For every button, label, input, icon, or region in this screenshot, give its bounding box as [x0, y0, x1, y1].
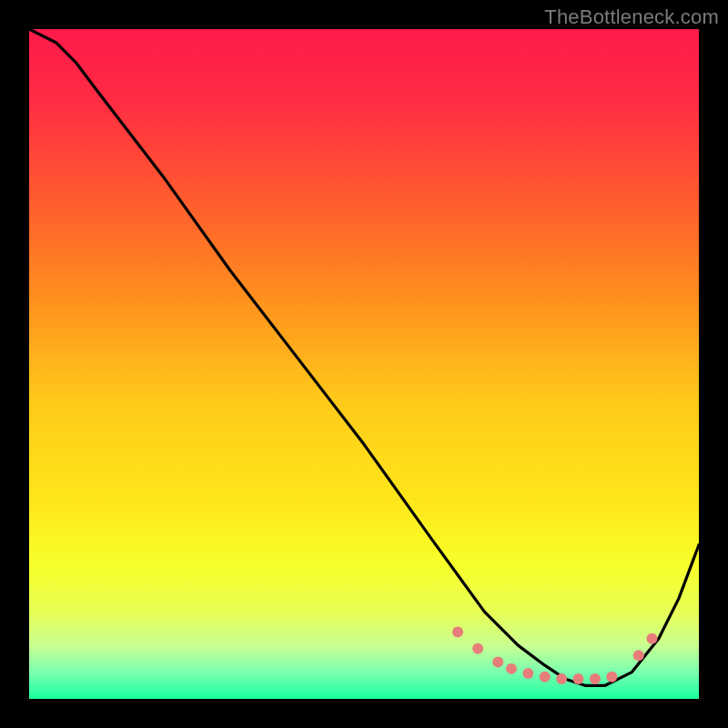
- marker-dot: [556, 673, 567, 684]
- chart-plot: [29, 29, 699, 699]
- marker-dot: [606, 672, 617, 682]
- marker-dot: [452, 626, 463, 637]
- marker-dot: [522, 668, 533, 679]
- marker-dot: [540, 672, 551, 682]
- watermark-text: TheBottleneck.com: [544, 5, 719, 29]
- chart-stage: TheBottleneck.com: [0, 0, 728, 728]
- marker-dot: [492, 657, 503, 668]
- marker-dot: [573, 673, 584, 684]
- chart-svg: [29, 29, 699, 699]
- marker-dot: [646, 633, 657, 644]
- marker-dot: [633, 650, 644, 661]
- marker-dot: [590, 673, 601, 684]
- gradient-background: [29, 29, 699, 699]
- marker-dot: [506, 663, 517, 674]
- marker-dot: [472, 643, 483, 654]
